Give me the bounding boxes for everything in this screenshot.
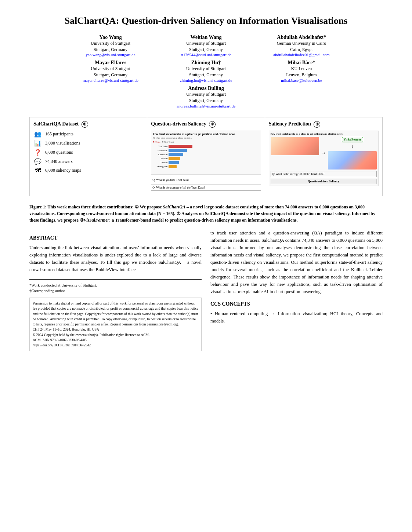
bar-fill: [169, 161, 179, 164]
author-andreas: Andreas Bulling University of Stuttgart …: [169, 85, 243, 108]
panel1-title: SalChartQA Dataset ①: [33, 121, 143, 128]
left-column: ABSTRACT Understanding the link between …: [29, 229, 202, 351]
author-yao-wang: Yao Wang University of Stuttgart Stuttga…: [74, 34, 147, 57]
saliency-map-input: [271, 137, 319, 155]
answers-icon: 💬: [33, 158, 42, 165]
bar-row: Instagram: [153, 165, 259, 168]
bar-row: Facebook: [153, 149, 259, 152]
panel-saliency: Question-driven Saliency ② Few trust soc…: [147, 117, 265, 196]
copyright-box: Permission to make digital or hard copie…: [29, 298, 202, 351]
two-column-layout: ABSTRACT Understanding the link between …: [29, 229, 383, 351]
abstract-text-left: Understanding the link between visual at…: [29, 244, 202, 273]
abstract-heading: ABSTRACT: [29, 235, 202, 241]
dataset-item-visualisations: 📊 3,000 visualisations: [33, 140, 143, 147]
panel3-title: Saliency Prediction ③: [269, 121, 379, 128]
ccs-text: • Human-centered computing → Information…: [210, 310, 383, 325]
question-2: Q: What is the average of all the Trust …: [151, 185, 261, 191]
bar-fill: [169, 153, 183, 156]
bar-row: Reddit: [153, 157, 259, 160]
dataset-items: 👥 165 participants 📊 3,000 visualisation…: [33, 131, 143, 174]
dataset-item-saliency: 🗺 6,000 saliency maps: [33, 167, 143, 174]
paper-title: SalChartQA: Question-driven Saliency on …: [29, 15, 383, 27]
bar-fill: [169, 149, 187, 152]
bar-fill: [169, 157, 180, 160]
panel2-badge: ②: [209, 121, 216, 128]
saliency-icon: 🗺: [33, 167, 42, 174]
author-weitian-wang: Weitian Wang University of Stuttgart Stu…: [169, 34, 243, 57]
permission-text: Permission to make digital or hard copie…: [33, 301, 198, 327]
author-zhiming: Zhiming Hu† University of Stuttgart Stut…: [169, 60, 243, 83]
footnote-dagger: †Corresponding author: [29, 288, 202, 294]
panel-dataset: SalChartQA Dataset ① 👥 165 participants …: [30, 117, 147, 196]
bar-fill: [169, 165, 177, 168]
figure-caption: Figure 1: This work makes three distinct…: [29, 204, 383, 223]
panel3-question: Q: What is the average of all the Trust …: [271, 171, 377, 177]
question-driven-label: Question-driven Saliency: [271, 179, 377, 184]
panel3-badge: ③: [314, 121, 320, 128]
panel2-title: Question-driven Saliency ②: [151, 121, 261, 128]
panel3-viz: Few trust social media as a place to get…: [269, 131, 379, 186]
abstract-text-right: to track user attention and a question-a…: [210, 229, 383, 295]
copy-year-text: © 2024 Copyright held by the owner/autho…: [33, 332, 198, 338]
ccs-heading: CCS CONCEPTS: [210, 301, 383, 307]
isbn-text: ACM ISBN 979-8-4007-0330-0/24/05: [33, 338, 198, 343]
participants-icon: 👥: [33, 131, 42, 138]
conf-text: CHI '24, May 11–16, 2024, Honolulu, HI, …: [33, 327, 198, 332]
question-1: Q: What is youtube Trust data?: [151, 177, 261, 183]
bar-row: Twitter: [153, 161, 259, 164]
saliency-map-output: [328, 151, 377, 170]
author-abdullah: Abdullah Abdelhafez* German University i…: [265, 34, 338, 57]
footnote-box: *Work conducted at University of Stuttga…: [29, 279, 202, 294]
dataset-item-participants: 👥 165 participants: [33, 131, 143, 138]
visualisations-icon: 📊: [33, 140, 42, 147]
right-column: to track user attention and a question-a…: [210, 229, 383, 351]
figure-1: SalChartQA Dataset ① 👥 165 participants …: [29, 117, 383, 196]
bar-row: LinkedIn: [153, 153, 259, 156]
panel2-viz: Few trust social media as a place to get…: [151, 131, 261, 175]
dataset-item-answers: 💬 74,340 answers: [33, 158, 143, 165]
author-mayar: Mayar Elfares University of Stuttgart St…: [74, 60, 147, 83]
author-mihai: Mihai Bâce* KU Leuven Leuven, Belgium mi…: [265, 60, 338, 83]
doi-text: https://doi.org/10.1145/3613904.3642942: [33, 343, 198, 348]
vissalformer-badge: VisSalFormer: [342, 137, 363, 142]
panel-prediction: Saliency Prediction ③ Few trust social m…: [265, 117, 382, 196]
bar-fill: [169, 145, 192, 148]
questions-icon: ❓: [33, 149, 42, 156]
footnote-star: *Work conducted at University of Stuttga…: [29, 283, 202, 288]
bar-chart: YouTubeFacebookLinkedInRedditTwitterInst…: [153, 145, 259, 168]
bar-row: YouTube: [153, 145, 259, 148]
dataset-item-questions: ❓ 6,000 questions: [33, 149, 143, 156]
panel1-badge: ①: [82, 121, 88, 128]
